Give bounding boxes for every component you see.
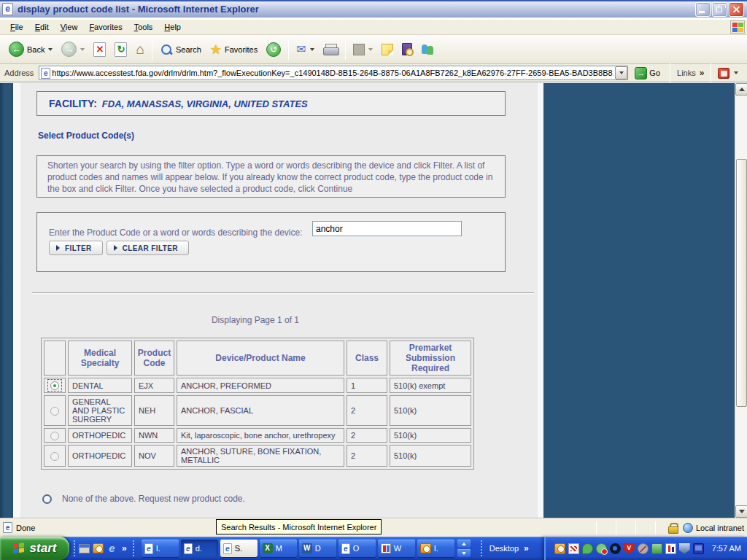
taskbar-scroll-down-button[interactable] — [457, 549, 471, 557]
app-icon — [381, 543, 391, 553]
scroll-down-button[interactable] — [735, 505, 747, 518]
task-button[interactable]: eI. — [142, 540, 179, 557]
system-tray: V 7:57 AM — [544, 537, 747, 560]
taskbar-clock[interactable]: 7:57 AM — [712, 544, 741, 553]
search-button[interactable]: Search — [155, 38, 206, 61]
edit-button[interactable] — [349, 38, 377, 61]
back-label: Back — [27, 45, 44, 54]
address-dropdown-button[interactable] — [615, 66, 627, 79]
tray-graffiti-icon[interactable] — [568, 543, 579, 554]
row-radio-selected[interactable] — [50, 381, 59, 390]
scroll-up-button[interactable] — [735, 83, 747, 96]
quicklaunch-clock-icon[interactable] — [93, 543, 104, 553]
menu-bar: File Edit View Favorites Tools Help — [0, 20, 747, 35]
forward-dropdown-icon[interactable] — [80, 48, 85, 51]
favorites-star-icon: ★ — [210, 43, 222, 56]
menu-edit[interactable]: Edit — [29, 20, 55, 34]
tasks-handle[interactable] — [133, 540, 135, 556]
header-radio — [44, 341, 66, 376]
tray-update-icon[interactable] — [651, 543, 662, 554]
tray-key-icon[interactable] — [610, 543, 621, 554]
research-button[interactable] — [398, 38, 417, 61]
task-button-active[interactable]: ed. — [181, 540, 218, 557]
refresh-button[interactable]: ↻ — [110, 38, 131, 61]
messenger-button[interactable] — [417, 38, 438, 61]
note-icon — [382, 44, 393, 55]
desktop-toolbar-handle[interactable] — [481, 540, 483, 556]
toolbar-separator — [345, 39, 346, 60]
discuss-button[interactable] — [377, 38, 398, 61]
start-button[interactable]: start — [0, 537, 69, 560]
task-button[interactable]: XM — [260, 540, 297, 557]
paging-text: Displaying Page 1 of 1 — [36, 315, 474, 325]
toolbar-separator — [288, 39, 289, 60]
tray-stocks-icon[interactable] — [665, 543, 676, 554]
tray-user-offline-icon[interactable] — [596, 543, 607, 554]
menu-help[interactable]: Help — [158, 20, 187, 34]
quicklaunch-window-icon[interactable] — [79, 544, 90, 553]
task-button[interactable]: WD — [299, 540, 336, 557]
task-button[interactable]: I. — [417, 540, 454, 557]
task-button[interactable]: eO — [338, 540, 376, 557]
quicklaunch-chevron-icon[interactable]: » — [122, 543, 127, 553]
links-label[interactable]: Links — [677, 69, 696, 77]
filter-button[interactable]: FILTER — [49, 241, 103, 255]
page-right-band — [543, 83, 735, 518]
row-radio[interactable] — [50, 432, 59, 440]
links-toolbar-dropdown-icon[interactable] — [734, 71, 738, 74]
row-radio[interactable] — [50, 452, 59, 461]
tray-mute-icon[interactable] — [638, 543, 649, 554]
taskbar-scroll — [457, 540, 471, 557]
facility-value: FDA, MANASSAS, VIRGINIA, UNITED STATES — [102, 98, 308, 109]
menu-favorites[interactable]: Favorites — [83, 20, 128, 34]
forward-button[interactable]: → — [57, 38, 89, 61]
menu-view[interactable]: View — [55, 20, 84, 34]
row-radio[interactable] — [50, 407, 59, 416]
favorites-label: Favorites — [225, 45, 258, 54]
links-toolbar-icon[interactable] — [718, 68, 729, 79]
quicklaunch-ie-icon[interactable]: e — [107, 543, 117, 554]
menu-file[interactable]: File — [4, 20, 29, 34]
filter-input[interactable] — [312, 221, 462, 236]
links-chevron-icon[interactable]: » — [700, 68, 705, 78]
favorites-button[interactable]: ★ Favorites — [206, 38, 262, 61]
menu-tools[interactable]: Tools — [128, 20, 159, 34]
clear-filter-button[interactable]: CLEAR FILTER — [107, 241, 189, 255]
tray-chat-icon[interactable] — [582, 543, 593, 554]
title-bar: e display product code list - Microsoft … — [0, 0, 747, 18]
go-button[interactable]: → Go — [632, 65, 663, 81]
task-button[interactable]: W — [378, 540, 415, 557]
home-button[interactable]: ⌂ — [131, 38, 148, 61]
mail-dropdown-icon[interactable] — [310, 48, 314, 51]
stop-button[interactable]: ✕ — [89, 38, 110, 61]
task-button-flashing[interactable]: eS. — [220, 540, 258, 557]
scrollbar-thumb[interactable] — [736, 159, 747, 407]
filter-panel: Enter the Product Code or a word or word… — [36, 212, 506, 272]
mail-button[interactable]: ✉ — [292, 38, 318, 61]
quicklaunch-handle[interactable] — [74, 540, 76, 556]
browser-viewport: FACILITY: FDA, MANASSAS, VIRGINIA, UNITE… — [0, 83, 747, 518]
desktop-chevron-icon[interactable]: » — [524, 543, 529, 553]
tray-antivirus-icon[interactable]: V — [624, 543, 635, 554]
close-button[interactable] — [729, 2, 744, 17]
history-button[interactable]: ↺ — [262, 38, 285, 61]
tray-guard-icon[interactable] — [679, 543, 690, 554]
edit-dropdown-icon[interactable] — [368, 48, 373, 51]
restore-button[interactable] — [712, 2, 727, 17]
minimize-button[interactable] — [695, 2, 711, 17]
desktop-toolbar-label[interactable]: Desktop — [489, 544, 519, 553]
back-icon: ← — [9, 42, 24, 57]
back-dropdown-icon[interactable] — [48, 48, 53, 51]
forward-icon: → — [61, 42, 77, 57]
page-icon: e — [41, 68, 50, 79]
vertical-scrollbar[interactable] — [735, 83, 747, 518]
tray-display-icon[interactable] — [693, 543, 704, 554]
none-option-radio[interactable] — [42, 494, 52, 504]
print-button[interactable] — [319, 38, 342, 61]
windows-flag-icon — [13, 542, 26, 554]
back-button[interactable]: ← Back — [4, 38, 57, 61]
address-input[interactable] — [50, 67, 615, 79]
tray-clock-icon[interactable] — [554, 543, 565, 554]
table-row: GENERAL AND PLASTIC SURGERY NEH ANCHOR, … — [44, 395, 471, 426]
taskbar-scroll-up-button[interactable] — [457, 540, 471, 548]
